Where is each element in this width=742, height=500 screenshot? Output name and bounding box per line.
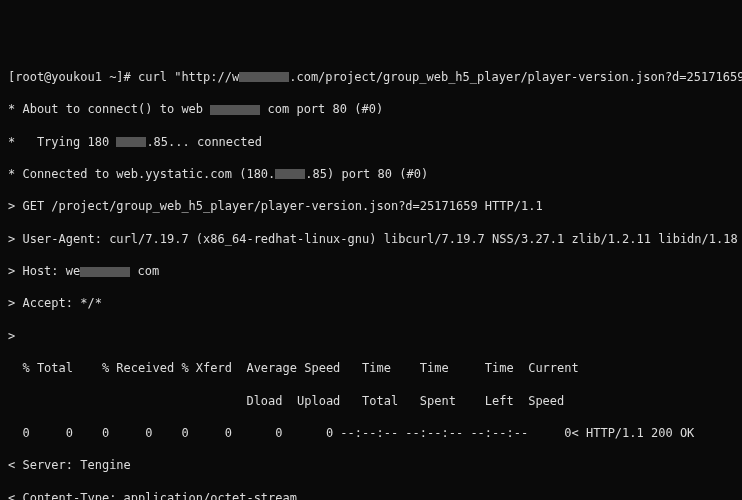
progress-header-2: Dload Upload Total Spent Left Speed — [8, 393, 734, 409]
progress-header-1: % Total % Received % Xferd Average Speed… — [8, 360, 734, 376]
curl-command-part1: curl "http://w — [138, 70, 239, 84]
connected-a: * Connected to web.yystatic.com (180. — [8, 167, 275, 181]
terminal-line: * About to connect() to web com port 80 … — [8, 101, 734, 117]
redacted — [116, 137, 146, 147]
trying-ip-b: .85... connected — [146, 135, 262, 149]
terminal-line: > User-Agent: curl/7.19.7 (x86_64-redhat… — [8, 231, 734, 247]
shell-prompt[interactable]: [root@youkou1 ~]# — [8, 70, 138, 84]
terminal-line: * Trying 180 .85... connected — [8, 134, 734, 150]
redacted — [80, 267, 130, 277]
terminal-line: > Accept: */* — [8, 295, 734, 311]
progress-row: 0 0 0 0 0 0 0 0 --:--:-- --:--:-- --:--:… — [8, 425, 734, 441]
terminal-line: * Connected to web.yystatic.com (180..85… — [8, 166, 734, 182]
redacted — [275, 169, 305, 179]
trying-ip-a: * Trying 180 — [8, 135, 116, 149]
terminal-line: > GET /project/group_web_h5_player/playe… — [8, 198, 734, 214]
terminal-line: > — [8, 328, 734, 344]
host-a: > Host: we — [8, 264, 80, 278]
redacted — [210, 105, 260, 115]
terminal-line: > Host: we com — [8, 263, 734, 279]
curl-command-part2: .com/project/group_web_h5_player/player-… — [289, 70, 742, 84]
terminal-line: [root@youkou1 ~]# curl "http://w.com/pro… — [8, 69, 734, 85]
connected-b: .85) port 80 (#0) — [305, 167, 428, 181]
host-b: com — [130, 264, 159, 278]
connect-msg-a: * About to connect() to web — [8, 102, 210, 116]
redacted-host — [239, 72, 289, 82]
connect-msg-b: com port 80 (#0) — [260, 102, 383, 116]
response-header: < Server: Tengine — [8, 457, 734, 473]
response-header: < Content-Type: application/octet-stream — [8, 490, 734, 500]
